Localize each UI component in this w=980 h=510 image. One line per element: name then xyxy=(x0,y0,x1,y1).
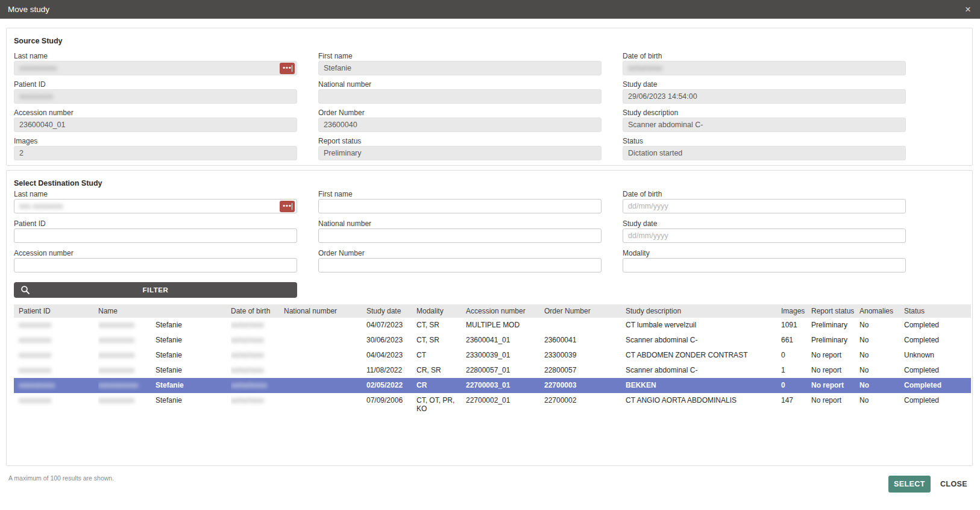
close-icon[interactable]: × xyxy=(964,4,972,14)
cell-date-of-birth: xx/xx/xxxx xyxy=(231,378,284,393)
cell-name: xxxxxxxxxxStefanie xyxy=(98,318,231,333)
cell-report-status: No report xyxy=(811,363,859,378)
redacted-value: xxxxxxxxx xyxy=(19,351,67,359)
source-study-panel: Source Study Last name xxxxxxxxxx ••• Fi… xyxy=(6,28,973,166)
cell-study-description: Scanner abdominal C- xyxy=(626,333,781,348)
first-name-value: Stefanie xyxy=(155,351,182,359)
cell-study-date: 02/05/2022 xyxy=(366,378,416,393)
cell-accession-number: 23300039_01 xyxy=(466,348,544,363)
field-label: Modality xyxy=(623,249,906,258)
cell-patient-id: xxxxxxxxx xyxy=(14,333,98,348)
table-row[interactable]: xxxxxxxxxxxxxxxxxxxStefaniexx/xx/xxxx07/… xyxy=(14,393,971,413)
source-patient-id-field: Patient ID xxxxxxxxx xyxy=(14,80,297,104)
redacted-value: xxx xxxxxxxx xyxy=(19,202,75,210)
cell-modality: CT, OT, PR, KO xyxy=(416,393,466,413)
close-button[interactable]: CLOSE xyxy=(940,480,967,488)
dest-study-date-input[interactable] xyxy=(623,228,906,243)
table-row[interactable]: xxxxxxxxxxxxxxxxxxxStefaniexx/xx/xxxx11/… xyxy=(14,363,971,378)
filter-label: FILTER xyxy=(14,282,297,298)
cell-national-number xyxy=(284,348,366,363)
patient-lookup-button[interactable]: ••• xyxy=(280,63,295,74)
source-images-input: 2 xyxy=(14,146,297,160)
table-header-row: Patient IDNameDate of birthNational numb… xyxy=(14,304,971,318)
field-label: Study date xyxy=(623,80,906,89)
first-name-value: Stefanie xyxy=(155,336,182,344)
cell-images: 0 xyxy=(781,348,811,363)
table-row[interactable]: xxxxxxxxxxxxxxxxxxxStefaniexx/xx/xxxx04/… xyxy=(14,318,971,333)
table-row[interactable]: xxxxxxxxxxxxxxxxxxxStefaniexx/xx/xxxx30/… xyxy=(14,333,971,348)
dest-order-number-field: Order Number xyxy=(318,249,602,272)
dest-order-number-input[interactable] xyxy=(318,258,602,272)
field-label: Order Number xyxy=(318,249,602,258)
dest-date-of-birth-input[interactable] xyxy=(623,199,906,213)
source-status-input: Dictation started xyxy=(623,146,906,160)
cell-accession-number: 22700003_01 xyxy=(466,378,544,393)
dialog-titlebar: Move study × xyxy=(0,0,980,19)
dest-accession-number-input[interactable] xyxy=(14,258,297,272)
source-accession-number-field: Accession number 23600040_01 xyxy=(14,109,297,132)
field-label: Last name xyxy=(14,52,297,61)
redacted-value: xxxxxxxxxx xyxy=(98,366,154,374)
redacted-value: xx/xx/xxxx xyxy=(231,396,268,405)
cell-study-description: CT ANGIO AORTA ABDOMINALIS xyxy=(626,393,781,413)
column-header: Accession number xyxy=(466,304,544,318)
field-label: Report status xyxy=(318,137,602,146)
source-date-of-birth-input: xx/xx/xxxx xyxy=(623,61,906,75)
filter-button[interactable]: FILTER xyxy=(14,282,297,298)
redacted-value: xxxxxxxxx xyxy=(19,336,67,344)
redacted-value: xxxxxxxxx xyxy=(19,92,68,101)
field-label: Study date xyxy=(623,219,906,228)
redacted-value: xxxxxxxxx xyxy=(19,381,67,389)
field-value: Scanner abdominal C- xyxy=(628,121,703,129)
dest-last-name-field: Last name xxx xxxxxxxx ••• xyxy=(14,190,297,213)
field-label: Order Number xyxy=(318,109,602,118)
first-name-value: Stefanie xyxy=(155,396,182,405)
column-header: Study description xyxy=(626,304,781,318)
column-header: Anomalies xyxy=(859,304,904,318)
cell-study-description: CT lumbale wervelzuil xyxy=(626,318,781,333)
cell-name: xxxxxxxxxxStefanie xyxy=(98,393,231,413)
cell-patient-id: xxxxxxxxx xyxy=(14,363,98,378)
field-label: Last name xyxy=(14,190,297,199)
dest-last-name-input[interactable]: xxx xxxxxxxx ••• xyxy=(14,199,297,213)
table-row[interactable]: xxxxxxxxxxxxxxxxxxxStefaniexx/xx/xxxx02/… xyxy=(14,378,971,393)
cell-study-description: Scanner abdominal C- xyxy=(626,363,781,378)
cell-study-date: 11/08/2022 xyxy=(366,363,416,378)
cell-report-status: Preliminary xyxy=(811,333,859,348)
results-table: Patient IDNameDate of birthNational numb… xyxy=(14,304,971,413)
destination-study-panel: Select Destination Study Last name xxx x… xyxy=(6,170,973,466)
redacted-value: xx/xx/xxxx xyxy=(231,366,268,374)
patient-lookup-button[interactable]: ••• xyxy=(280,201,295,212)
table-row[interactable]: xxxxxxxxxxxxxxxxxxxStefaniexx/xx/xxxx04/… xyxy=(14,348,971,363)
cell-study-date: 07/09/2006 xyxy=(366,393,416,413)
cell-date-of-birth: xx/xx/xxxx xyxy=(231,333,284,348)
cell-anomalies: No xyxy=(859,393,904,413)
dest-first-name-input[interactable] xyxy=(318,199,602,213)
dest-national-number-input[interactable] xyxy=(318,228,602,243)
field-value: Stefanie xyxy=(324,64,351,72)
field-label: First name xyxy=(318,52,602,61)
dest-modality-input[interactable] xyxy=(623,258,906,272)
source-report-status-field: Report status Preliminary xyxy=(318,137,602,160)
cell-status: Completed xyxy=(904,378,971,393)
field-label: Study description xyxy=(623,109,906,118)
redacted-value: xx/xx/xxxx xyxy=(231,321,268,329)
source-patient-id-input: xxxxxxxxx xyxy=(14,89,297,104)
dest-patient-id-field: Patient ID xyxy=(14,219,297,243)
cell-report-status: No report xyxy=(811,393,859,413)
redacted-value: xxxxxxxxxx xyxy=(98,381,154,389)
source-images-field: Images 2 xyxy=(14,137,297,160)
redacted-value: xxxxxxxxxx xyxy=(98,336,154,344)
column-header: Status xyxy=(904,304,971,318)
select-button[interactable]: SELECT xyxy=(888,476,931,493)
cell-study-date: 04/04/2023 xyxy=(366,348,416,363)
dest-patient-id-input[interactable] xyxy=(14,228,297,243)
cell-national-number xyxy=(284,363,366,378)
column-header: Report status xyxy=(811,304,859,318)
cell-modality: CR, SR xyxy=(416,363,466,378)
dest-national-number-field: National number xyxy=(318,219,602,243)
cell-patient-id: xxxxxxxxx xyxy=(14,348,98,363)
cell-report-status: No report xyxy=(811,378,859,393)
source-study-heading: Source Study xyxy=(14,37,965,45)
dest-modality-field: Modality xyxy=(623,249,906,272)
